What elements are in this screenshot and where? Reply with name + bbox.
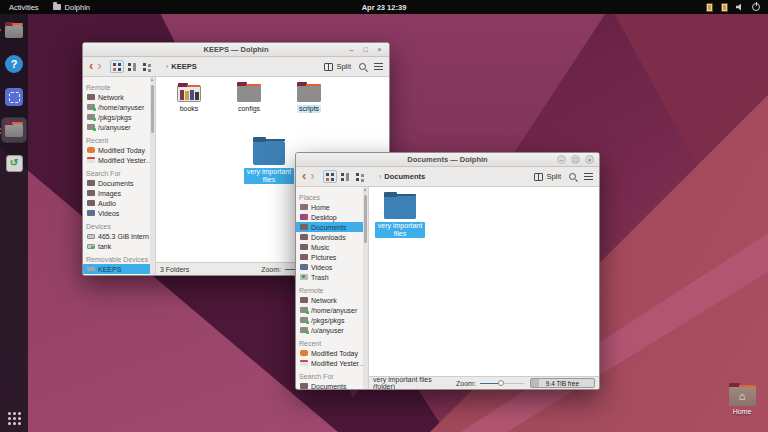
places-item[interactable]: Home bbox=[296, 202, 368, 212]
compact-view-button[interactable] bbox=[125, 60, 139, 73]
search-button[interactable] bbox=[569, 173, 576, 180]
tray-applet-icon[interactable] bbox=[721, 3, 728, 12]
places-item[interactable]: Trash bbox=[296, 272, 368, 282]
search-button[interactable] bbox=[359, 63, 366, 70]
places-item[interactable]: /u/anyuser bbox=[83, 122, 155, 132]
close-button[interactable]: × bbox=[585, 155, 594, 164]
places-item[interactable]: Modified Today bbox=[83, 145, 155, 155]
file-tile[interactable]: configs bbox=[226, 81, 272, 113]
places-item-label: /home/anyuser bbox=[311, 307, 357, 314]
places-item-icon bbox=[300, 214, 308, 220]
places-item[interactable]: tank bbox=[83, 241, 155, 251]
places-item[interactable]: Documents bbox=[296, 222, 368, 232]
details-view-button[interactable] bbox=[353, 170, 367, 183]
forward-button[interactable]: › bbox=[97, 59, 101, 72]
running-indicator bbox=[0, 128, 1, 130]
places-item[interactable]: Documents bbox=[83, 178, 155, 188]
close-button[interactable]: × bbox=[375, 45, 384, 54]
folder-icon bbox=[253, 141, 285, 165]
places-item-icon bbox=[300, 244, 308, 250]
places-item-label: Trash bbox=[311, 274, 329, 281]
file-tile[interactable]: books bbox=[166, 81, 212, 113]
back-button[interactable]: ‹ bbox=[302, 169, 306, 182]
zoom-slider-handle[interactable] bbox=[498, 380, 504, 386]
files-area[interactable]: very important files bbox=[369, 187, 599, 376]
places-item-label: Modified Yester… bbox=[98, 157, 153, 164]
places-item[interactable]: KEEPS bbox=[83, 264, 155, 274]
details-view-button[interactable] bbox=[140, 60, 154, 73]
window-title: KEEPS — Dolphin bbox=[83, 45, 389, 54]
places-item[interactable]: Modified Yester… bbox=[83, 155, 155, 165]
places-item[interactable]: Audio bbox=[83, 198, 155, 208]
icons-view-button[interactable] bbox=[110, 60, 124, 73]
file-label: scripts bbox=[297, 105, 321, 113]
places-item-label: Remote bbox=[86, 84, 111, 91]
file-label: configs bbox=[236, 105, 262, 113]
places-item-icon bbox=[300, 274, 308, 280]
tray-applet-icon[interactable] bbox=[706, 3, 713, 12]
minimize-button[interactable]: – bbox=[557, 155, 566, 164]
breadcrumb[interactable]: › KEEPS bbox=[166, 62, 197, 71]
menu-button[interactable] bbox=[374, 63, 383, 70]
maximize-button[interactable]: □ bbox=[361, 45, 370, 54]
dock-item-screenshot-tool[interactable] bbox=[2, 85, 26, 109]
titlebar[interactable]: Documents — Dolphin – □ × bbox=[296, 153, 599, 167]
places-item[interactable]: /home/anyuser bbox=[83, 102, 155, 112]
places-item[interactable]: Modified Yester… bbox=[296, 358, 368, 368]
show-applications-button[interactable] bbox=[8, 412, 21, 425]
file-tile[interactable]: very important files bbox=[375, 191, 425, 238]
split-button[interactable]: Split bbox=[534, 172, 561, 181]
back-button[interactable]: ‹ bbox=[89, 59, 93, 72]
sidebar-scrollbar[interactable] bbox=[150, 77, 155, 275]
places-item[interactable]: Images bbox=[83, 188, 155, 198]
breadcrumb[interactable]: › Documents bbox=[379, 172, 426, 181]
titlebar[interactable]: KEEPS — Dolphin – □ × bbox=[83, 43, 389, 57]
file-tile[interactable]: scripts bbox=[286, 81, 332, 113]
places-item-label: Documents bbox=[311, 224, 346, 231]
clock[interactable]: Apr 23 12:39 bbox=[362, 3, 407, 12]
minimize-button[interactable]: – bbox=[347, 45, 356, 54]
places-item[interactable]: Network bbox=[83, 92, 155, 102]
maximize-button[interactable]: □ bbox=[571, 155, 580, 164]
places-item-label: /pkgs/pkgs bbox=[311, 317, 344, 324]
volume-icon[interactable] bbox=[736, 4, 744, 11]
dragged-folder-tile[interactable]: very important files bbox=[244, 141, 294, 184]
dolphin-app-icon bbox=[53, 4, 61, 10]
places-item[interactable]: 465.3 GiB Intern… bbox=[83, 231, 155, 241]
places-item[interactable]: Videos bbox=[83, 208, 155, 218]
menu-button[interactable] bbox=[584, 173, 593, 180]
focused-app-name: Dolphin bbox=[65, 3, 90, 12]
places-item[interactable]: Documents bbox=[296, 381, 368, 389]
places-item[interactable]: /pkgs/pkgs bbox=[83, 112, 155, 122]
places-item-label: Network bbox=[311, 297, 337, 304]
places-item[interactable]: /home/anyuser bbox=[296, 305, 368, 315]
sidebar-scrollbar[interactable] bbox=[363, 187, 368, 389]
dock-item-help[interactable]: ? bbox=[2, 52, 26, 76]
split-button[interactable]: Split bbox=[324, 62, 351, 71]
activities-button[interactable]: Activities bbox=[9, 3, 39, 12]
places-item[interactable]: Modified Today bbox=[296, 348, 368, 358]
places-item-label: /home/anyuser bbox=[98, 104, 144, 111]
folder-icon bbox=[177, 85, 201, 102]
compact-view-button[interactable] bbox=[338, 170, 352, 183]
icons-view-button[interactable] bbox=[323, 170, 337, 183]
desktop-icon-home[interactable]: ⌂ Home bbox=[722, 386, 762, 415]
places-item[interactable]: Music bbox=[296, 242, 368, 252]
places-item[interactable]: Videos bbox=[296, 262, 368, 272]
zoom-slider[interactable] bbox=[480, 379, 524, 387]
focused-app-menu[interactable]: Dolphin bbox=[53, 3, 90, 12]
places-section-header: Remote bbox=[296, 286, 368, 295]
dock-item-dolphin[interactable] bbox=[2, 118, 26, 142]
places-item[interactable]: Desktop bbox=[296, 212, 368, 222]
places-item-icon bbox=[300, 307, 308, 313]
places-item[interactable]: /pkgs/pkgs bbox=[296, 315, 368, 325]
places-item-icon bbox=[300, 327, 308, 333]
forward-button[interactable]: › bbox=[310, 169, 314, 182]
places-item[interactable]: /u/anyuser bbox=[296, 325, 368, 335]
places-item[interactable]: Pictures bbox=[296, 252, 368, 262]
dock-item-file-manager[interactable] bbox=[2, 19, 26, 43]
places-item[interactable]: Downloads bbox=[296, 232, 368, 242]
places-item[interactable]: Network bbox=[296, 295, 368, 305]
power-icon[interactable] bbox=[752, 3, 760, 11]
dock-item-trash[interactable]: ↺ bbox=[2, 151, 26, 175]
